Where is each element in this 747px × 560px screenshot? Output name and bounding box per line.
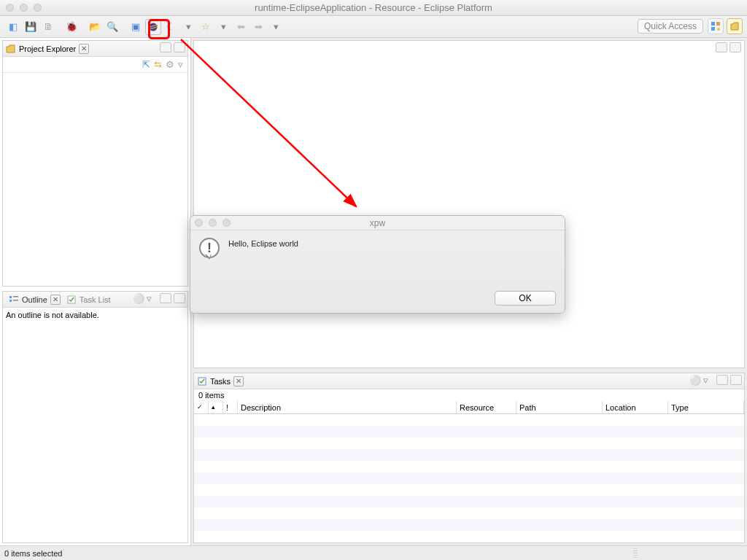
table-row bbox=[194, 438, 744, 449]
table-row bbox=[194, 519, 744, 531]
dropdown-b[interactable]: ▾ bbox=[215, 19, 231, 35]
svg-rect-9 bbox=[13, 300, 18, 301]
outline-maximize[interactable] bbox=[174, 293, 185, 303]
outline-focus-icon[interactable]: ⚪ bbox=[133, 294, 144, 303]
col-priority[interactable]: ! bbox=[223, 401, 238, 413]
svg-rect-4 bbox=[711, 27, 715, 31]
window-resize-grip[interactable] bbox=[633, 548, 638, 559]
project-explorer-view: Project Explorer ✕ ⇱ ⇆ ⚙ ▿ bbox=[2, 40, 188, 287]
tasks-maximize[interactable] bbox=[730, 375, 742, 385]
tasks-view: Tasks ✕ ⚪ ▿ 0 items ✓ ▴ ! Description Re… bbox=[193, 373, 745, 543]
window-close-icon[interactable] bbox=[6, 4, 14, 12]
tasks-minimize[interactable] bbox=[716, 375, 728, 385]
open-perspective-button[interactable] bbox=[708, 18, 724, 34]
outline-menu-icon[interactable]: ▿ bbox=[147, 294, 152, 303]
svg-rect-6 bbox=[9, 296, 12, 298]
dialog-minimize-icon[interactable] bbox=[209, 219, 217, 227]
outline-tab-close[interactable]: ✕ bbox=[50, 295, 61, 305]
table-row bbox=[194, 461, 744, 472]
col-resource[interactable]: Resource bbox=[457, 401, 516, 413]
debug-button[interactable]: 🐞 bbox=[63, 19, 80, 35]
window-zoom-icon[interactable] bbox=[34, 4, 42, 12]
outline-tabs: Outline ✕ Task List ⚪ ▿ bbox=[3, 292, 187, 308]
project-explorer-close[interactable]: ✕ bbox=[79, 44, 89, 54]
dialog-body: ! Hello, Eclipse world bbox=[190, 230, 565, 288]
save-all-button[interactable]: 🗎 bbox=[40, 19, 56, 35]
save-button[interactable]: 💾 bbox=[23, 19, 39, 35]
project-explorer-title: Project Explorer bbox=[19, 44, 76, 53]
link-editor-icon[interactable]: ⇆ bbox=[154, 60, 162, 69]
info-icon: ! bbox=[199, 238, 220, 258]
table-row bbox=[194, 484, 744, 496]
collapse-all-icon[interactable]: ⇱ bbox=[142, 60, 150, 69]
svg-rect-7 bbox=[13, 296, 18, 298]
status-bar: 0 items selected bbox=[0, 545, 747, 560]
dialog-zoom-icon[interactable] bbox=[222, 219, 231, 227]
ok-button[interactable]: OK bbox=[495, 291, 556, 306]
search-button[interactable]: 🔍 bbox=[104, 19, 120, 35]
tasks-menu-icon[interactable]: ▿ bbox=[703, 376, 708, 385]
table-row bbox=[194, 496, 744, 508]
eclipse-sample-button[interactable] bbox=[145, 19, 161, 35]
tasks-header: Tasks ✕ ⚪ ▿ bbox=[194, 373, 744, 389]
left-column: Project Explorer ✕ ⇱ ⇆ ⚙ ▿ Outline bbox=[0, 38, 191, 545]
forward-button[interactable]: ➡ bbox=[250, 19, 266, 35]
outline-empty-text: An outline is not available. bbox=[6, 311, 99, 319]
window-title: runtime-EclipseApplication - Resource - … bbox=[255, 2, 492, 13]
col-description[interactable]: Description bbox=[238, 401, 457, 413]
col-complete[interactable]: ✓ bbox=[194, 401, 209, 413]
outline-body: An outline is not available. bbox=[3, 308, 187, 542]
tasks-filter-icon[interactable]: ⚪ bbox=[689, 376, 701, 385]
message-dialog: xpw ! Hello, Eclipse world OK bbox=[190, 215, 565, 314]
project-explorer-icon bbox=[6, 44, 16, 54]
tool-button-c[interactable]: ☆ bbox=[198, 19, 214, 35]
tasks-title: Tasks bbox=[210, 377, 231, 386]
window-minimize-icon[interactable] bbox=[20, 4, 28, 12]
dropdown-c[interactable]: ▾ bbox=[268, 19, 284, 35]
tool-button-b[interactable]: ☾ bbox=[163, 19, 179, 35]
dropdown-a[interactable]: ▾ bbox=[180, 19, 196, 35]
editor-maximize[interactable] bbox=[729, 42, 741, 52]
dialog-titlebar[interactable]: xpw bbox=[190, 216, 565, 230]
tasks-icon bbox=[197, 376, 207, 386]
project-explorer-toolbar: ⇱ ⇆ ⚙ ▿ bbox=[3, 57, 187, 73]
tasks-close[interactable]: ✕ bbox=[233, 376, 244, 386]
outline-icon bbox=[9, 295, 19, 305]
window-titlebar: runtime-EclipseApplication - Resource - … bbox=[0, 0, 747, 16]
view-menu-icon[interactable]: ▿ bbox=[178, 60, 183, 69]
new-button[interactable]: ◧ bbox=[5, 19, 21, 35]
back-button[interactable]: ⬅ bbox=[233, 19, 249, 35]
tasks-header-row: ✓ ▴ ! Description Resource Path Location… bbox=[194, 401, 744, 414]
col-type[interactable]: Type bbox=[668, 401, 744, 413]
quick-access-button[interactable]: Quick Access bbox=[638, 19, 703, 34]
tasklist-tab[interactable]: Task List bbox=[63, 295, 114, 305]
dialog-traffic-lights bbox=[195, 219, 231, 227]
dialog-close-icon[interactable] bbox=[195, 219, 203, 227]
project-explorer-titlebar: Project Explorer ✕ bbox=[3, 41, 187, 57]
table-row bbox=[194, 426, 744, 438]
window-traffic-lights bbox=[6, 4, 42, 12]
svg-rect-8 bbox=[9, 300, 12, 302]
table-row bbox=[194, 472, 744, 484]
outline-minimize[interactable] bbox=[160, 293, 171, 303]
project-explorer-body[interactable] bbox=[3, 73, 187, 286]
tasklist-icon bbox=[66, 295, 77, 305]
tasks-table[interactable]: ✓ ▴ ! Description Resource Path Location… bbox=[194, 401, 744, 542]
open-type-button[interactable]: 📂 bbox=[87, 19, 103, 35]
table-row bbox=[194, 449, 744, 461]
outline-tab[interactable]: Outline ✕ bbox=[6, 295, 63, 305]
col-sort[interactable]: ▴ bbox=[209, 401, 223, 413]
svg-rect-2 bbox=[711, 22, 715, 26]
editor-area[interactable] bbox=[193, 40, 745, 368]
filters-icon[interactable]: ⚙ bbox=[166, 60, 174, 69]
main-toolbar: ◧ 💾 🗎 🐞 📂 🔍 ▣ ☾ ▾ ☆ ▾ ⬅ ➡ ▾ Quick Access bbox=[0, 16, 747, 38]
editor-minimize[interactable] bbox=[716, 42, 727, 52]
project-explorer-maximize[interactable] bbox=[174, 42, 185, 52]
outline-tab-label: Outline bbox=[22, 295, 47, 304]
col-path[interactable]: Path bbox=[516, 401, 603, 413]
tasks-count: 0 items bbox=[194, 389, 744, 401]
col-location[interactable]: Location bbox=[603, 401, 668, 413]
tool-button-a[interactable]: ▣ bbox=[128, 19, 144, 35]
resource-perspective-button[interactable] bbox=[727, 18, 743, 34]
project-explorer-minimize[interactable] bbox=[160, 42, 171, 52]
